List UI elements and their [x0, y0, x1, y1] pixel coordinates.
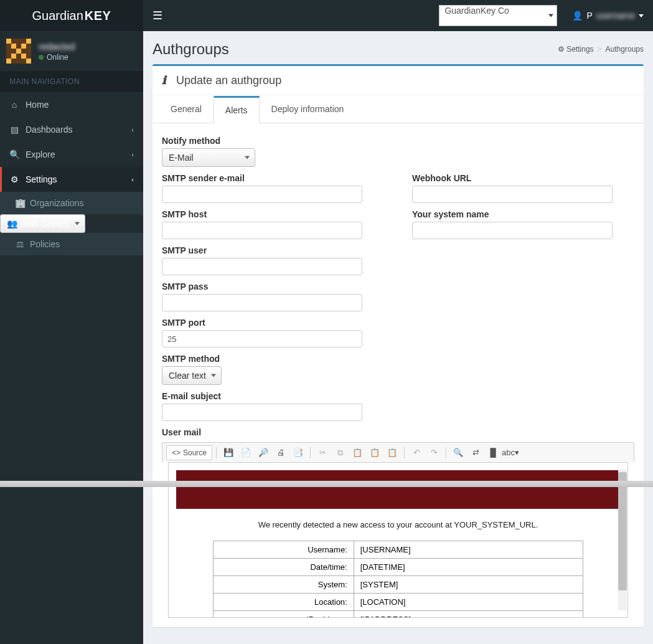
breadcrumb-settings[interactable]: Settings	[558, 45, 593, 54]
brand-second: KEY	[85, 9, 111, 23]
smtp-port-label: SMTP port	[162, 318, 362, 328]
smtp-pass-input[interactable]	[162, 294, 362, 311]
chevron-left-icon: ‹	[131, 176, 134, 183]
sidebar-item-home[interactable]: ⌂Home	[0, 92, 143, 117]
email-subject-input[interactable]	[162, 404, 362, 421]
notify-method-select[interactable]: E-Mail	[162, 148, 255, 167]
breadcrumb: Settings > Authgroups	[558, 45, 644, 54]
chevron-left-icon: ‹	[131, 151, 134, 158]
user-name-blurred: username	[596, 11, 635, 21]
user-icon: 👤	[572, 11, 583, 21]
editor-source-button[interactable]: <>Source	[166, 445, 212, 460]
status-badge: Online	[39, 53, 75, 62]
paste-icon[interactable]: 📋	[349, 445, 365, 460]
nav-section-header: MAIN NAVIGATION	[0, 71, 143, 92]
sidebar-toggle-icon[interactable]: ☰	[153, 9, 162, 22]
user-initial: P	[586, 11, 592, 21]
paste-word-icon[interactable]: 📋	[384, 445, 400, 460]
notify-method-label: Notify method	[162, 136, 634, 146]
building-icon: 🏢	[15, 198, 25, 208]
box-header: Update an authgroup	[153, 66, 644, 95]
chevron-left-icon: ‹	[131, 126, 134, 133]
table-row: Username:[USERNAME]	[214, 541, 583, 559]
sidebar-item-explore[interactable]: 🔍Explore‹	[0, 142, 143, 167]
spellcheck-icon[interactable]: abc▾	[502, 445, 519, 460]
replace-icon[interactable]: ⇄	[467, 445, 484, 460]
system-name-label: Your system name	[412, 209, 613, 219]
selectall-icon[interactable]: █	[485, 445, 501, 460]
brand-first: Guardian	[32, 9, 83, 23]
table-row: Location:[LOCATION]	[214, 594, 583, 611]
sidebar-item-dashboards[interactable]: ▤Dashboards‹	[0, 117, 143, 142]
templates-icon[interactable]: 📑	[290, 445, 306, 460]
brand-logo[interactable]: GuardianKEY	[0, 0, 143, 31]
smtp-user-input[interactable]	[162, 258, 362, 275]
table-row: IP address:[IPADDRESS]	[214, 611, 583, 618]
sidebar: redacted Online MAIN NAVIGATION ⌂Home ▤D…	[0, 31, 143, 644]
organization-selected: GuardianKey Co	[444, 6, 509, 16]
tab-general[interactable]: General	[159, 96, 214, 123]
webhook-url-label: Webhook URL	[412, 173, 613, 183]
print-icon[interactable]: 🖨	[273, 445, 289, 460]
user-mail-label: User mail	[162, 427, 634, 437]
avatar	[6, 39, 31, 64]
table-row: Date/time:[DATETIME]	[214, 559, 583, 576]
editor-toolbar: <>Source 💾 📄 🔎 🖨 📑 ✂ ⧉ 📋 📋 📋 ↶ ↷ 🔍 ⇄	[162, 442, 634, 462]
find-icon[interactable]: 🔍	[450, 445, 466, 460]
table-row: System:[SYSTEM]	[214, 576, 583, 594]
separator-bar	[0, 481, 653, 487]
smtp-pass-label: SMTP pass	[162, 282, 362, 291]
smtp-user-label: SMTP user	[162, 245, 362, 255]
sidebar-subitem-policies[interactable]: ⚖Policies	[0, 233, 143, 255]
email-subject-label: E-mail subject	[162, 391, 362, 401]
online-dot-icon	[39, 55, 44, 60]
smtp-method-label: SMTP method	[162, 354, 362, 364]
organization-select[interactable]: GuardianKey Co	[439, 5, 557, 26]
page-title: Authgroups	[153, 40, 229, 58]
scrollbar-thumb[interactable]	[618, 472, 627, 590]
home-icon: ⌂	[9, 100, 19, 110]
users-icon: 👥	[7, 219, 17, 229]
alert-banner	[176, 470, 620, 509]
smtp-method-select[interactable]: Clear text	[162, 366, 222, 385]
sidebar-subitem-organizations[interactable]: 🏢Organizations	[0, 192, 143, 214]
copy-icon[interactable]: ⧉	[332, 445, 348, 460]
smtp-host-label: SMTP host	[162, 209, 362, 219]
save-icon[interactable]: 💾	[220, 445, 237, 460]
dashboard-icon: ▤	[9, 125, 19, 135]
redo-icon[interactable]: ↷	[426, 445, 442, 460]
new-page-icon[interactable]: 📄	[238, 445, 254, 460]
paste-text-icon[interactable]: 📋	[367, 445, 383, 460]
scales-icon: ⚖	[15, 239, 25, 249]
tabs: General Alerts Deploy information	[153, 95, 644, 123]
smtp-port-input[interactable]	[162, 330, 362, 348]
cut-icon[interactable]: ✂	[314, 445, 331, 460]
smtp-sender-label: SMTP sender e-mail	[162, 173, 362, 183]
search-icon: 🔍	[9, 149, 19, 159]
caret-down-icon	[639, 14, 644, 17]
code-icon: <>	[172, 448, 181, 457]
editor-scrollbar[interactable]	[618, 470, 627, 610]
system-name-input[interactable]	[412, 222, 613, 239]
sidebar-item-settings[interactable]: ⚙Settings‹	[0, 167, 143, 192]
info-icon	[162, 73, 170, 87]
box-authgroup: Update an authgroup General Alerts Deplo…	[153, 64, 644, 627]
gear-icon: ⚙	[9, 174, 19, 184]
tab-alerts[interactable]: Alerts	[214, 96, 260, 123]
user-panel: redacted Online	[0, 31, 143, 71]
webhook-url-input[interactable]	[412, 186, 613, 203]
sidebar-username: redacted	[39, 41, 75, 52]
detect-text: We recently detected a new access to you…	[176, 520, 620, 529]
breadcrumb-sep: >	[598, 45, 602, 54]
sidebar-subitem-authgroups[interactable]: 👥Auth Groups	[0, 214, 85, 233]
undo-icon[interactable]: ↶	[408, 445, 425, 460]
breadcrumb-current: Authgroups	[606, 45, 644, 54]
user-menu[interactable]: 👤 Pusername	[572, 11, 644, 21]
alert-info-table: Username:[USERNAME] Date/time:[DATETIME]…	[213, 541, 583, 618]
tab-deploy[interactable]: Deploy information	[260, 96, 356, 123]
preview-icon[interactable]: 🔎	[255, 445, 271, 460]
smtp-host-input[interactable]	[162, 222, 362, 239]
smtp-sender-input[interactable]	[162, 186, 362, 203]
